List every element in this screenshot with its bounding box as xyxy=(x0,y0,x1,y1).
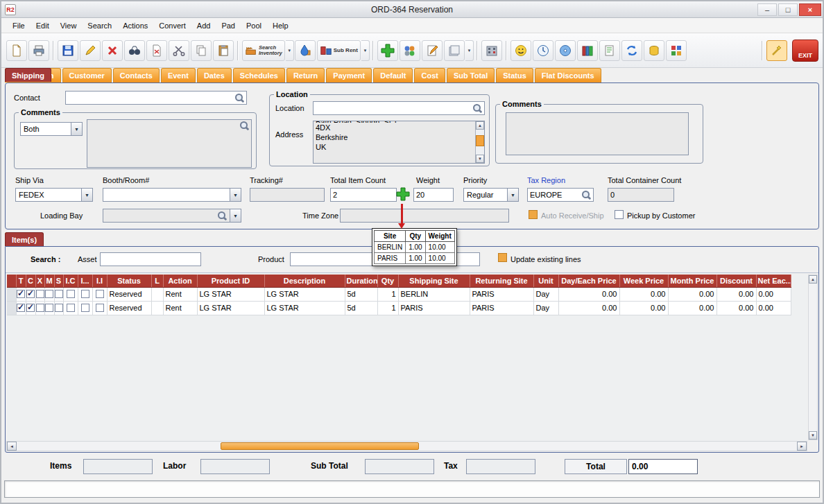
scroll-thumb[interactable] xyxy=(476,135,484,146)
menu-edit[interactable]: Edit xyxy=(31,20,55,31)
menu-add[interactable]: Add xyxy=(191,20,216,31)
exit-button[interactable]: EXIT xyxy=(792,40,818,62)
checkbox-cell[interactable] xyxy=(44,287,54,301)
checkbox-cell[interactable] xyxy=(16,287,26,301)
col-header[interactable]: M xyxy=(44,275,54,287)
close-button[interactable]: × xyxy=(799,3,821,16)
catalog-books-button[interactable] xyxy=(577,40,598,61)
currency-coins-button[interactable] xyxy=(644,40,664,61)
search-icon[interactable] xyxy=(234,93,244,103)
smiley-button[interactable] xyxy=(510,40,531,61)
col-header[interactable]: Status xyxy=(107,275,151,287)
col-header[interactable]: L xyxy=(151,275,163,287)
checkbox-cell[interactable] xyxy=(16,301,26,315)
menu-pool[interactable]: Pool xyxy=(241,20,267,31)
menu-help[interactable]: Help xyxy=(267,20,294,31)
checkbox-cell[interactable] xyxy=(35,301,44,315)
chevron-down-icon[interactable]: ▼ xyxy=(71,122,83,136)
cut-scissors-button[interactable] xyxy=(169,40,189,61)
row-selector[interactable] xyxy=(7,301,16,315)
checkbox-cell[interactable] xyxy=(63,287,78,301)
weight-input[interactable]: 20 xyxy=(413,188,454,202)
menu-search[interactable]: Search xyxy=(82,20,117,31)
checkbox-cell[interactable] xyxy=(26,287,35,301)
minimize-button[interactable]: – xyxy=(757,3,777,16)
refresh-button[interactable] xyxy=(621,40,642,61)
address-scrollbar[interactable]: ▲ ▼ xyxy=(475,121,484,163)
menu-view[interactable]: View xyxy=(55,20,83,31)
scroll-left-icon[interactable]: ◄ xyxy=(7,442,17,451)
scroll-down-icon[interactable]: ▼ xyxy=(476,155,484,163)
tab-return[interactable]: Return xyxy=(286,68,325,82)
checkbox-cell[interactable] xyxy=(54,301,63,315)
location-input[interactable] xyxy=(313,101,485,115)
search-icon[interactable] xyxy=(581,190,591,200)
col-header[interactable]: Shipping Site xyxy=(398,275,470,287)
chevron-down-icon[interactable]: ▼ xyxy=(81,188,93,202)
wand-button[interactable] xyxy=(766,40,787,61)
menu-actions[interactable]: Actions xyxy=(117,20,153,31)
pad-stack-button[interactable] xyxy=(444,40,465,61)
scroll-up-icon[interactable]: ▲ xyxy=(476,121,484,130)
edit-pencil-button[interactable] xyxy=(80,40,101,61)
vertical-scrollbar[interactable]: ▲ ▼ xyxy=(808,275,818,440)
asset-input[interactable] xyxy=(100,252,201,266)
col-header[interactable]: I.C xyxy=(63,275,78,287)
col-header[interactable]: Day/Each Price xyxy=(558,275,619,287)
search-icon[interactable] xyxy=(217,211,227,220)
disc-button[interactable] xyxy=(555,40,576,61)
save-button[interactable] xyxy=(58,40,78,61)
expand-sites-plus-button[interactable] xyxy=(396,187,410,201)
menu-file[interactable]: File xyxy=(7,20,31,31)
chevron-down-icon[interactable]: ▼ xyxy=(230,188,241,202)
address-box[interactable]: Bath Road, Slough, SL1 4DX Berkshire UK … xyxy=(313,121,485,164)
col-header[interactable]: Month Price xyxy=(668,275,716,287)
search-icon[interactable] xyxy=(239,121,249,130)
sub-rent-dropdown[interactable]: ▼ xyxy=(361,40,370,61)
col-header[interactable]: Action xyxy=(163,275,197,287)
pad-stack-dropdown[interactable]: ▼ xyxy=(465,40,474,61)
total-container-count-input[interactable]: 0 xyxy=(608,188,674,202)
row-selector[interactable] xyxy=(7,287,16,301)
col-header[interactable]: Duration xyxy=(345,275,377,287)
sub-rent-button[interactable]: Sub Rent xyxy=(317,40,361,61)
edit-page-button[interactable] xyxy=(599,40,620,61)
site-building-button[interactable] xyxy=(481,40,502,61)
ship-via-select[interactable]: FEDEX▼ xyxy=(15,188,93,202)
add-plus-button[interactable] xyxy=(377,40,398,61)
table-row[interactable]: Reserved Rent LG STAR LG STAR 5d 1 BERLI… xyxy=(7,287,791,301)
table-row[interactable]: Reserved Rent LG STAR LG STAR 5d 1 PARIS… xyxy=(7,301,791,315)
checkbox-cell[interactable] xyxy=(78,301,92,315)
col-header[interactable]: Net Eac... xyxy=(756,275,791,287)
find-binoculars-button[interactable] xyxy=(124,40,145,61)
comments-left-textarea[interactable] xyxy=(87,119,252,168)
copy-special-button[interactable] xyxy=(146,40,167,61)
total-item-count-input[interactable]: 2 xyxy=(330,188,397,202)
col-header[interactable]: Discount xyxy=(716,275,756,287)
time-zone-input[interactable] xyxy=(340,209,509,223)
checkbox-cell[interactable] xyxy=(78,287,92,301)
scroll-thumb[interactable] xyxy=(221,442,419,450)
scroll-up-icon[interactable]: ▲ xyxy=(809,275,817,284)
fill-drop-button[interactable] xyxy=(295,40,316,61)
contact-input[interactable] xyxy=(65,91,247,105)
maximize-button[interactable]: □ xyxy=(778,3,798,16)
priority-select[interactable]: Regular▼ xyxy=(463,188,519,202)
chevron-down-icon[interactable]: ▼ xyxy=(230,209,241,223)
col-header[interactable]: I.I xyxy=(92,275,107,287)
checkbox-cell[interactable] xyxy=(54,287,63,301)
color-cubes-button[interactable] xyxy=(666,40,687,61)
pickup-checkbox[interactable] xyxy=(615,210,624,219)
col-header[interactable]: Qty xyxy=(377,275,398,287)
scroll-right-icon[interactable]: ► xyxy=(797,442,807,451)
scroll-down-icon[interactable]: ▼ xyxy=(809,431,817,440)
checkbox-cell[interactable] xyxy=(26,301,35,315)
copy-button[interactable] xyxy=(191,40,212,61)
tax-region-input[interactable]: EUROPE xyxy=(527,188,594,202)
col-header[interactable]: Product ID xyxy=(197,275,264,287)
col-header[interactable]: Description xyxy=(264,275,345,287)
menu-pad[interactable]: Pad xyxy=(216,20,241,31)
tab-shipping[interactable]: Shipping xyxy=(5,68,51,82)
col-header[interactable]: Week Price xyxy=(619,275,668,287)
tab-customer[interactable]: Customer xyxy=(62,68,112,82)
